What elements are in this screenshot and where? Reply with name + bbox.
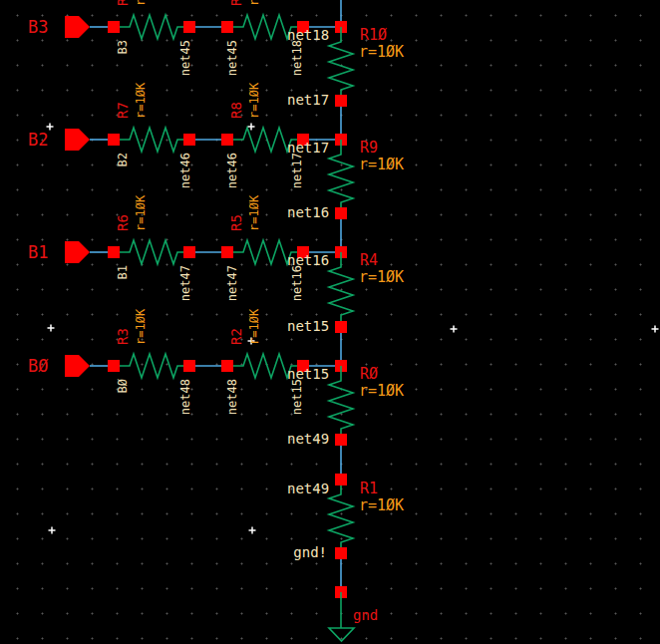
pin-label-b2[interactable]: B2 [28, 132, 48, 149]
pin-label-b1[interactable]: B1 [28, 244, 48, 261]
net-label-net47[interactable]: net47 [226, 265, 238, 301]
resistor-name-label-r12[interactable]: R12 [230, 0, 243, 6]
terminal-square[interactable] [108, 246, 120, 258]
net-label-net48[interactable]: net48 [179, 379, 191, 415]
net-label-net45[interactable]: net45 [179, 40, 191, 76]
terminal-square[interactable] [335, 474, 347, 485]
origin-cross [652, 326, 659, 333]
net-label-net45[interactable]: net45 [226, 40, 238, 76]
resistor-name-label-r0[interactable]: RØ [360, 367, 378, 382]
resistor-value-label-r12[interactable]: r=1ØK [248, 0, 260, 6]
resistor-value-label-r5[interactable]: r=1ØK [248, 195, 260, 231]
terminal-square[interactable] [183, 134, 195, 146]
net-label-net16-bottom[interactable]: net16 [287, 205, 327, 219]
net-label-b0[interactable]: BØ [117, 379, 129, 393]
resistor-value-label-r8[interactable]: r=1ØK [248, 83, 260, 119]
resistor-name-label-r11[interactable]: R11 [117, 0, 130, 6]
net-label-b1[interactable]: B1 [117, 265, 129, 279]
terminal-square[interactable] [335, 207, 347, 219]
origin-cross [48, 325, 55, 332]
resistor-name-label-r1[interactable]: R1 [360, 482, 378, 496]
schematic-canvas: B3 B3 R11 r=1ØK net45 R12 r=1ØK net45 ne… [0, 0, 660, 644]
net-label-gnd[interactable]: gnd! [287, 545, 327, 559]
resistor-value-label-r0[interactable]: r=1ØK [359, 384, 404, 399]
net-label-net17-bottom[interactable]: net17 [287, 93, 327, 107]
net-label-net46[interactable]: net46 [179, 153, 191, 188]
net-label-b2[interactable]: B2 [117, 153, 129, 166]
resistor-symbol-r4[interactable] [329, 252, 353, 326]
net-label-net17-vert[interactable]: net17 [291, 153, 303, 188]
origin-cross [451, 326, 458, 333]
net-label-net49-top[interactable]: net49 [287, 482, 327, 495]
net-label-net15-vert[interactable]: net15 [291, 379, 303, 415]
terminal-square[interactable] [108, 360, 120, 372]
terminal-square[interactable] [221, 360, 233, 372]
net-label-net48[interactable]: net48 [226, 379, 238, 415]
resistor-name-label-r8[interactable]: R8 [230, 102, 243, 119]
pin-shape-B2[interactable] [65, 129, 90, 151]
origin-cross [49, 527, 56, 534]
net-label-net18-vert[interactable]: net18 [291, 40, 303, 76]
resistor-value-label-r2[interactable]: r=1ØK [248, 309, 260, 345]
resistor-value-label-r3[interactable]: r=1ØK [135, 309, 147, 345]
pin-shape-B1[interactable] [65, 241, 90, 263]
resistor-value-label-r7[interactable]: r=1ØK [135, 83, 147, 119]
resistor-name-label-r9[interactable]: R9 [360, 141, 378, 156]
resistor-value-label-r1[interactable]: r=1ØK [359, 498, 404, 513]
terminal-square[interactable] [335, 95, 347, 107]
terminal-square[interactable] [335, 547, 347, 559]
resistor-symbol-r9[interactable] [329, 140, 353, 213]
resistor-name-label-r6[interactable]: R6 [117, 214, 130, 231]
pin-shape-B0[interactable] [65, 355, 90, 377]
resistor-name-label-r7[interactable]: R7 [117, 102, 130, 119]
terminal-square[interactable] [221, 134, 233, 146]
resistor-name-label-r3[interactable]: R3 [117, 328, 130, 345]
terminal-square[interactable] [108, 134, 120, 146]
resistor-value-label-r4[interactable]: r=1ØK [359, 270, 404, 285]
resistor-value-label-r6[interactable]: r=1ØK [135, 195, 147, 231]
net-label-net15-bottom[interactable]: net15 [287, 319, 327, 333]
terminal-square[interactable] [221, 21, 233, 33]
terminal-square[interactable] [335, 434, 347, 446]
resistor-symbol-r7[interactable] [114, 128, 189, 152]
pin-label-b0[interactable]: BØ [28, 358, 48, 375]
resistor-symbol-r0[interactable] [329, 366, 353, 440]
resistor-value-label-r10[interactable]: r=1ØK [359, 45, 404, 60]
resistor-name-label-r4[interactable]: R4 [360, 253, 378, 268]
terminal-square[interactable] [183, 21, 195, 33]
terminal-square[interactable] [335, 321, 347, 333]
terminal-square[interactable] [221, 246, 233, 258]
net-label-net49-bottom[interactable]: net49 [287, 432, 327, 446]
resistor-symbol-r1[interactable] [329, 480, 353, 553]
resistor-symbol-r11[interactable] [114, 15, 189, 39]
net-label-net16-vert[interactable]: net16 [291, 265, 303, 301]
schematic-graphics [0, 0, 660, 644]
terminal-square[interactable] [183, 246, 195, 258]
resistor-value-label-r9[interactable]: r=1ØK [359, 158, 404, 172]
pin-shape-B3[interactable] [65, 16, 90, 38]
ground-net-label[interactable]: gnd [353, 608, 378, 622]
origin-cross [249, 527, 256, 534]
net-label-b3[interactable]: B3 [117, 40, 129, 54]
resistor-symbol-r3[interactable] [114, 354, 189, 378]
origin-cross [248, 124, 255, 131]
resistor-symbol-r10[interactable] [329, 27, 353, 101]
net-label-net47[interactable]: net47 [179, 265, 191, 301]
net-label-net46[interactable]: net46 [226, 153, 238, 188]
resistor-name-label-r5[interactable]: R5 [230, 214, 243, 231]
pin-label-b3[interactable]: B3 [28, 19, 48, 36]
ground-symbol[interactable] [329, 628, 354, 641]
terminal-square[interactable] [183, 360, 195, 372]
resistor-symbol-r6[interactable] [114, 240, 189, 264]
resistor-name-label-r10[interactable]: R1Ø [360, 28, 387, 43]
resistor-name-label-r2[interactable]: R2 [230, 328, 243, 345]
resistor-value-label-r11[interactable]: r=1ØK [135, 0, 147, 6]
terminal-square[interactable] [108, 21, 120, 33]
